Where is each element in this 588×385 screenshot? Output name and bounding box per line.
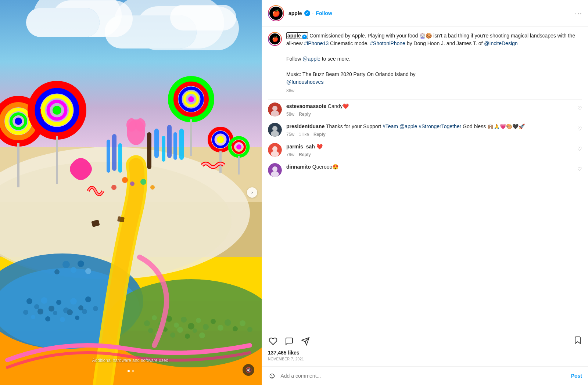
svg-point-18 (93, 306, 98, 311)
caption-avatar-ring[interactable]: 🍎 (268, 32, 282, 46)
comment-heart-3[interactable]: ♡ (577, 146, 582, 152)
next-arrow-button[interactable]: › (247, 187, 257, 198)
comment-username-1[interactable]: estevaomassote (286, 103, 326, 109)
header-avatar-ring[interactable]: 🍎 (268, 5, 284, 21)
comment-input[interactable] (280, 373, 566, 379)
svg-point-72 (135, 118, 146, 132)
svg-point-47 (170, 332, 175, 338)
post-date: NOVEMBER 7, 2021 (268, 357, 582, 361)
svg-point-9 (26, 298, 32, 304)
comment-reply-3[interactable]: Reply (299, 152, 311, 157)
svg-point-44 (148, 328, 153, 333)
caption-mention2[interactable]: @apple (302, 56, 320, 62)
post-detail-panel: 🍎 apple ✓ · Follow ··· 🍎 apple ✓ Commiss… (262, 0, 588, 385)
comment-reply-2[interactable]: Reply (313, 132, 326, 137)
svg-point-100 (54, 269, 60, 274)
svg-point-90 (122, 177, 128, 183)
svg-point-113 (271, 171, 279, 177)
svg-point-103 (272, 106, 277, 111)
svg-point-21 (37, 309, 43, 314)
caption-hashtag2[interactable]: #ShotoniPhone (370, 40, 405, 46)
comment-heart-4[interactable]: ♡ (577, 166, 582, 172)
like-button[interactable] (268, 336, 278, 346)
caption-username-box[interactable]: apple ✓ (286, 32, 308, 39)
comment-hashtag-2[interactable]: #Team (383, 123, 398, 129)
svg-point-33 (174, 323, 179, 328)
svg-point-24 (60, 317, 65, 322)
svg-rect-78 (107, 140, 110, 173)
mute-button[interactable]: 🔇 (243, 364, 254, 376)
comment-username-3[interactable]: parmis_sah (286, 144, 315, 150)
mute-icon: 🔇 (245, 367, 252, 373)
comment-body-3: parmis_sah ❤️ 79w Reply (286, 143, 582, 157)
svg-point-91 (130, 181, 135, 186)
comment-text-4: dinnamito Querooo😍 (286, 163, 582, 171)
svg-point-27 (82, 309, 87, 314)
comment-avatar-3[interactable] (268, 143, 282, 157)
bookmark-button[interactable] (573, 336, 582, 347)
comment-time-3: 79w (286, 152, 294, 157)
caption-mention1[interactable]: @InciteDesign (484, 40, 517, 46)
comment-avatar-1[interactable] (268, 102, 282, 116)
comment-username-2[interactable]: presidentduane (286, 123, 325, 129)
svg-rect-76 (173, 132, 177, 160)
comment-time-2: 75w (286, 132, 294, 137)
comment-4: dinnamito Querooo😍 ♡ (268, 163, 582, 177)
comment-body-4: dinnamito Querooo😍 (286, 163, 582, 177)
svg-point-19 (23, 310, 28, 315)
svg-point-17 (85, 296, 91, 302)
likes-count: 137,465 likes (268, 350, 582, 356)
svg-rect-73 (154, 129, 159, 158)
svg-point-42 (240, 320, 245, 326)
post-image: Additional hardware and software used. 🔇… (0, 0, 262, 385)
emoji-picker-button[interactable]: ☺ (268, 371, 276, 381)
svg-point-12 (49, 306, 54, 312)
svg-point-34 (181, 317, 187, 323)
comment-avatar-4[interactable] (268, 163, 282, 177)
comment-time-1: 58w (286, 112, 294, 117)
svg-point-20 (31, 315, 35, 319)
header-username[interactable]: apple (288, 10, 302, 16)
post-comment-button[interactable]: Post (571, 373, 582, 379)
svg-point-56 (15, 118, 22, 125)
comment-hashtag-2b[interactable]: #StrongerTogether (419, 123, 461, 129)
svg-rect-80 (118, 143, 122, 173)
svg-point-35 (188, 323, 194, 330)
svg-point-107 (271, 131, 279, 137)
svg-point-36 (196, 318, 201, 323)
svg-point-39 (218, 325, 223, 331)
svg-point-68 (188, 96, 194, 102)
svg-point-11 (41, 297, 47, 304)
music-line: Music: The Buzz Beam 2020 Party On Orlan… (286, 71, 415, 77)
svg-rect-77 (179, 129, 184, 160)
svg-point-41 (233, 326, 238, 331)
comment-username-4[interactable]: dinnamito (286, 164, 311, 170)
svg-point-26 (75, 316, 79, 320)
svg-point-104 (271, 111, 279, 116)
comment-body-2: presidentduane Thanks for your Support #… (286, 123, 582, 137)
carousel-dots (128, 370, 134, 372)
comment-heart-1[interactable]: ♡ (577, 105, 582, 111)
comment-meta-1: 58w Reply (286, 112, 582, 117)
follow-button[interactable]: Follow (316, 10, 332, 16)
comment-heart-2[interactable]: ♡ (577, 126, 582, 132)
comment-avatar-2[interactable] (268, 123, 282, 137)
comment-text-2: presidentduane Thanks for your Support #… (286, 123, 582, 130)
caption-hashtag1[interactable]: #iPhone13 (304, 40, 329, 46)
comment-reply-1[interactable]: Reply (299, 112, 311, 117)
more-options-button[interactable]: ··· (575, 9, 582, 18)
header-avatar: 🍎 (269, 7, 283, 20)
svg-point-62 (53, 106, 61, 115)
comment-3: parmis_sah ❤️ 79w Reply ♡ (268, 143, 582, 157)
share-button[interactable] (300, 336, 311, 346)
comment-button[interactable] (284, 336, 294, 346)
svg-point-88 (236, 144, 241, 150)
comment-mention-2[interactable]: @apple (398, 123, 417, 129)
svg-point-48 (177, 327, 183, 333)
caption-mention3[interactable]: @furioushooves (286, 79, 323, 85)
next-arrow-icon: › (251, 190, 253, 195)
svg-point-22 (45, 316, 50, 321)
comment-likes-2: 1 like (299, 132, 309, 137)
svg-point-50 (193, 328, 197, 333)
svg-point-43 (247, 327, 252, 332)
